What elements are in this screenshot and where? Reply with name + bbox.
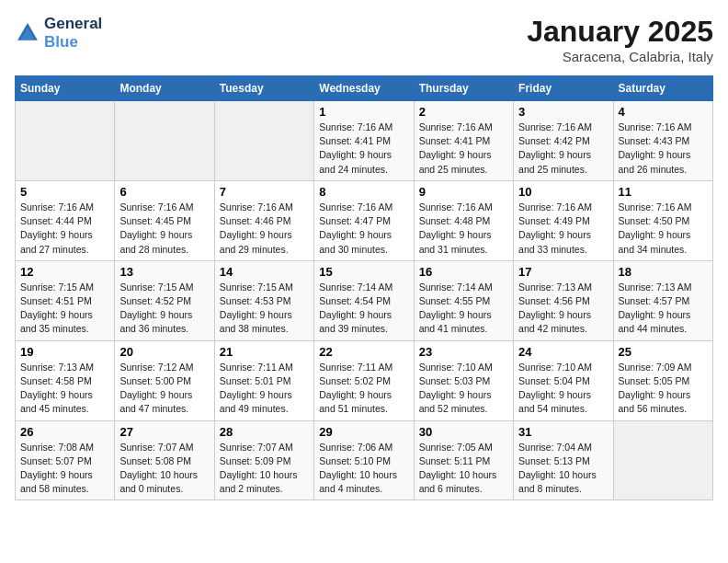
day-info: Sunrise: 7:14 AM Sunset: 4:54 PM Dayligh… [319, 281, 408, 337]
day-number: 4 [619, 105, 708, 119]
day-number: 28 [220, 425, 309, 439]
calendar-cell: 26Sunrise: 7:08 AM Sunset: 5:07 PM Dayli… [16, 420, 115, 500]
day-number: 24 [518, 345, 608, 359]
day-number: 22 [319, 345, 408, 359]
day-number: 25 [619, 345, 708, 359]
day-info: Sunrise: 7:16 AM Sunset: 4:45 PM Dayligh… [119, 201, 209, 257]
calendar-cell: 25Sunrise: 7:09 AM Sunset: 5:05 PM Dayli… [613, 340, 712, 420]
day-number: 26 [20, 425, 109, 439]
day-info: Sunrise: 7:04 AM Sunset: 5:13 PM Dayligh… [518, 441, 608, 497]
calendar-cell [16, 101, 115, 181]
day-number: 30 [419, 425, 508, 439]
calendar-cell: 29Sunrise: 7:06 AM Sunset: 5:10 PM Dayli… [314, 420, 414, 500]
calendar-cell: 24Sunrise: 7:10 AM Sunset: 5:04 PM Dayli… [514, 340, 613, 420]
day-info: Sunrise: 7:16 AM Sunset: 4:49 PM Dayligh… [518, 201, 608, 257]
day-info: Sunrise: 7:06 AM Sunset: 5:10 PM Dayligh… [319, 441, 408, 497]
month-title: January 2025 [527, 15, 713, 49]
calendar-cell: 10Sunrise: 7:16 AM Sunset: 4:49 PM Dayli… [514, 180, 613, 260]
calendar-cell: 8Sunrise: 7:16 AM Sunset: 4:47 PM Daylig… [314, 180, 414, 260]
day-number: 17 [518, 265, 608, 279]
day-number: 15 [319, 265, 408, 279]
day-info: Sunrise: 7:16 AM Sunset: 4:50 PM Dayligh… [619, 201, 708, 257]
calendar-cell: 6Sunrise: 7:16 AM Sunset: 4:45 PM Daylig… [115, 180, 214, 260]
calendar-cell: 5Sunrise: 7:16 AM Sunset: 4:44 PM Daylig… [16, 180, 115, 260]
calendar-cell: 3Sunrise: 7:16 AM Sunset: 4:42 PM Daylig… [514, 101, 613, 181]
location-subtitle: Saracena, Calabria, Italy [527, 49, 713, 64]
day-info: Sunrise: 7:13 AM Sunset: 4:56 PM Dayligh… [518, 281, 608, 337]
calendar-cell: 11Sunrise: 7:16 AM Sunset: 4:50 PM Dayli… [613, 180, 712, 260]
day-info: Sunrise: 7:11 AM Sunset: 5:01 PM Dayligh… [220, 361, 309, 417]
weekday-header: Saturday [613, 76, 712, 101]
calendar-cell: 23Sunrise: 7:10 AM Sunset: 5:03 PM Dayli… [414, 340, 513, 420]
weekday-header: Thursday [414, 76, 513, 101]
calendar-header: SundayMondayTuesdayWednesdayThursdayFrid… [16, 76, 713, 101]
calendar-cell: 14Sunrise: 7:15 AM Sunset: 4:53 PM Dayli… [214, 260, 313, 340]
calendar-cell: 20Sunrise: 7:12 AM Sunset: 5:00 PM Dayli… [115, 340, 214, 420]
day-number: 29 [319, 425, 408, 439]
day-number: 14 [220, 265, 309, 279]
day-info: Sunrise: 7:10 AM Sunset: 5:04 PM Dayligh… [518, 361, 608, 417]
day-number: 7 [220, 185, 309, 199]
day-info: Sunrise: 7:16 AM Sunset: 4:47 PM Dayligh… [319, 201, 408, 257]
day-number: 20 [119, 345, 209, 359]
day-number: 9 [419, 185, 508, 199]
day-info: Sunrise: 7:15 AM Sunset: 4:53 PM Dayligh… [220, 281, 309, 337]
calendar-cell: 19Sunrise: 7:13 AM Sunset: 4:58 PM Dayli… [16, 340, 115, 420]
calendar-cell: 15Sunrise: 7:14 AM Sunset: 4:54 PM Dayli… [314, 260, 414, 340]
day-number: 18 [619, 265, 708, 279]
title-block: January 2025 Saracena, Calabria, Italy [527, 15, 713, 64]
calendar-cell: 1Sunrise: 7:16 AM Sunset: 4:41 PM Daylig… [314, 101, 414, 181]
day-info: Sunrise: 7:16 AM Sunset: 4:44 PM Dayligh… [20, 201, 109, 257]
calendar-cell: 18Sunrise: 7:13 AM Sunset: 4:57 PM Dayli… [613, 260, 712, 340]
day-number: 10 [518, 185, 608, 199]
calendar-cell: 4Sunrise: 7:16 AM Sunset: 4:43 PM Daylig… [613, 101, 712, 181]
weekday-header: Wednesday [314, 76, 414, 101]
weekday-header: Sunday [16, 76, 115, 101]
day-info: Sunrise: 7:16 AM Sunset: 4:43 PM Dayligh… [619, 121, 708, 177]
calendar-cell: 7Sunrise: 7:16 AM Sunset: 4:46 PM Daylig… [214, 180, 313, 260]
day-info: Sunrise: 7:13 AM Sunset: 4:57 PM Dayligh… [619, 281, 708, 337]
day-number: 27 [119, 425, 209, 439]
day-info: Sunrise: 7:16 AM Sunset: 4:41 PM Dayligh… [319, 121, 408, 177]
calendar-cell: 28Sunrise: 7:07 AM Sunset: 5:09 PM Dayli… [214, 420, 313, 500]
day-number: 13 [119, 265, 209, 279]
day-number: 3 [518, 105, 608, 119]
day-number: 23 [419, 345, 508, 359]
calendar-cell: 27Sunrise: 7:07 AM Sunset: 5:08 PM Dayli… [115, 420, 214, 500]
calendar-cell: 30Sunrise: 7:05 AM Sunset: 5:11 PM Dayli… [414, 420, 513, 500]
calendar-table: SundayMondayTuesdayWednesdayThursdayFrid… [15, 75, 713, 500]
day-number: 11 [619, 185, 708, 199]
calendar-cell [613, 420, 712, 500]
page-header: General Blue January 2025 Saracena, Cala… [15, 15, 713, 64]
day-number: 21 [220, 345, 309, 359]
calendar-cell: 12Sunrise: 7:15 AM Sunset: 4:51 PM Dayli… [16, 260, 115, 340]
calendar-cell: 16Sunrise: 7:14 AM Sunset: 4:55 PM Dayli… [414, 260, 513, 340]
day-number: 5 [20, 185, 109, 199]
day-number: 2 [419, 105, 508, 119]
logo: General Blue [15, 15, 102, 51]
day-info: Sunrise: 7:16 AM Sunset: 4:46 PM Dayligh… [220, 201, 309, 257]
day-info: Sunrise: 7:15 AM Sunset: 4:51 PM Dayligh… [20, 281, 109, 337]
day-number: 12 [20, 265, 109, 279]
logo-text-line2: Blue [44, 33, 102, 52]
day-info: Sunrise: 7:09 AM Sunset: 5:05 PM Dayligh… [619, 361, 708, 417]
calendar-cell: 13Sunrise: 7:15 AM Sunset: 4:52 PM Dayli… [115, 260, 214, 340]
logo-icon [15, 20, 40, 46]
weekday-header: Tuesday [214, 76, 313, 101]
calendar-cell: 22Sunrise: 7:11 AM Sunset: 5:02 PM Dayli… [314, 340, 414, 420]
calendar-cell: 9Sunrise: 7:16 AM Sunset: 4:48 PM Daylig… [414, 180, 513, 260]
day-info: Sunrise: 7:05 AM Sunset: 5:11 PM Dayligh… [419, 441, 508, 497]
calendar-cell: 2Sunrise: 7:16 AM Sunset: 4:41 PM Daylig… [414, 101, 513, 181]
day-number: 31 [518, 425, 608, 439]
calendar-cell [115, 101, 214, 181]
day-info: Sunrise: 7:07 AM Sunset: 5:09 PM Dayligh… [220, 441, 309, 497]
logo-text-line1: General [44, 15, 102, 33]
calendar-cell: 21Sunrise: 7:11 AM Sunset: 5:01 PM Dayli… [214, 340, 313, 420]
day-info: Sunrise: 7:13 AM Sunset: 4:58 PM Dayligh… [20, 361, 109, 417]
day-number: 6 [119, 185, 209, 199]
day-info: Sunrise: 7:16 AM Sunset: 4:42 PM Dayligh… [518, 121, 608, 177]
day-number: 8 [319, 185, 408, 199]
calendar-cell: 17Sunrise: 7:13 AM Sunset: 4:56 PM Dayli… [514, 260, 613, 340]
weekday-header: Monday [115, 76, 214, 101]
day-number: 19 [20, 345, 109, 359]
